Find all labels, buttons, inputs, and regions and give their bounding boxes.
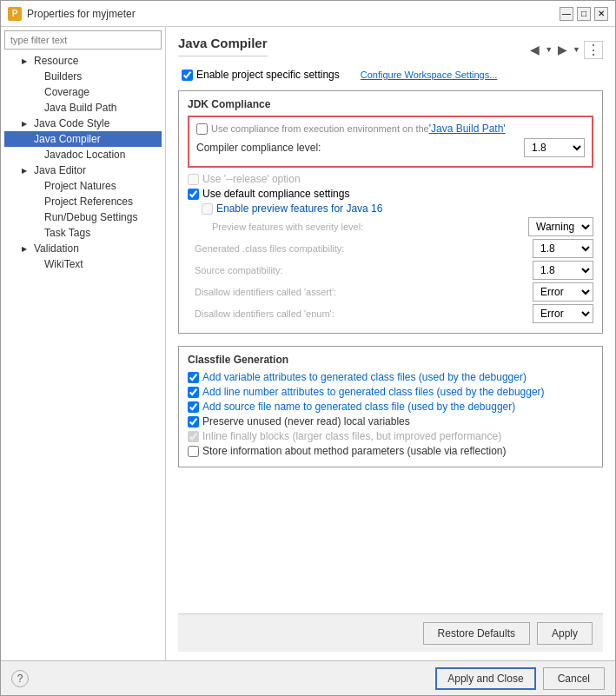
sidebar-item-label: Coverage <box>44 86 89 98</box>
panel-title: Java Compiler <box>178 36 268 56</box>
minimize-button[interactable]: — <box>560 7 573 21</box>
compiler-compliance-row: Compiler compliance level: 1.8 <box>196 138 585 157</box>
preview-severity-select[interactable]: Warning <box>528 217 593 236</box>
java-build-path-link[interactable]: 'Java Build Path' <box>429 123 506 135</box>
action-bar: Restore Defaults Apply <box>178 613 603 652</box>
classfile-item-3-text: Preserve unused (never read) local varia… <box>202 415 410 428</box>
classfile-item-5-text: Store information about method parameter… <box>202 445 507 457</box>
sidebar-item-coverage[interactable]: Coverage <box>4 84 162 100</box>
classfile-item-2-label[interactable]: Add source file name to generated class … <box>188 401 515 413</box>
generated-compat-select[interactable]: 1.8 <box>533 239 593 258</box>
restore-defaults-button[interactable]: Restore Defaults <box>423 622 530 645</box>
classfile-item-4-label[interactable]: Inline finally blocks (larger class file… <box>188 430 501 442</box>
classfile-item-2-checkbox[interactable] <box>188 401 199 413</box>
main-panel: Java Compiler ◀ ▼ ▶ ▼ ⋮ Enable project s… <box>166 27 615 660</box>
sidebar-item-java-build-path[interactable]: Java Build Path <box>4 100 162 116</box>
use-default-compliance-checkbox[interactable] <box>188 189 199 200</box>
forward-dropdown-button[interactable]: ▼ <box>571 45 582 54</box>
main-header: Java Compiler ◀ ▼ ▶ ▼ ⋮ <box>178 36 603 63</box>
sidebar-item-validation[interactable]: ▶ Validation <box>4 241 162 256</box>
classfile-item-2: Add source file name to generated class … <box>188 401 593 413</box>
sidebar-item-label: Project Natures <box>44 180 116 192</box>
classfile-item-0: Add variable attributes to generated cla… <box>188 371 593 383</box>
classfile-item-3-checkbox[interactable] <box>188 416 199 428</box>
title-bar: P Properties for myjmeter — □ ✕ <box>1 1 615 27</box>
sidebar-item-java-compiler[interactable]: Java Compiler <box>4 131 162 147</box>
enable-preview-text: Enable preview features for Java 16 <box>216 202 382 215</box>
apply-and-close-button[interactable]: Apply and Close <box>435 667 535 690</box>
classfile-item-0-checkbox[interactable] <box>188 372 199 383</box>
source-compat-select[interactable]: 1.8 <box>533 261 593 280</box>
forward-button[interactable]: ▶ <box>556 43 569 56</box>
sidebar-item-label: Builders <box>44 70 82 83</box>
enable-preview-label[interactable]: Enable preview features for Java 16 <box>202 202 382 215</box>
classfile-item-1-checkbox[interactable] <box>188 387 199 398</box>
source-compat-row: Source compatibility: 1.8 <box>188 261 593 280</box>
enable-project-settings-checkbox[interactable] <box>182 70 193 81</box>
sidebar-item-java-editor[interactable]: ▶ Java Editor <box>4 162 162 178</box>
content-area: ▶ Resource Builders Coverage Java Build … <box>1 27 615 660</box>
jdk-section-title: JDK Compliance <box>188 98 593 110</box>
nav-row: ◀ ▼ ▶ ▼ ⋮ <box>528 41 603 59</box>
properties-window: P Properties for myjmeter — □ ✕ ▶ Resour… <box>0 0 616 696</box>
classfile-item-3: Preserve unused (never read) local varia… <box>188 415 593 428</box>
generated-compat-label: Generated .class files compatibility: <box>195 243 344 254</box>
cancel-button[interactable]: Cancel <box>543 667 605 690</box>
disallow-assert-select[interactable]: Error <box>533 282 593 302</box>
sidebar: ▶ Resource Builders Coverage Java Build … <box>1 27 166 660</box>
back-dropdown-button[interactable]: ▼ <box>543 45 554 54</box>
classfile-item-4: Inline finally blocks (larger class file… <box>188 430 593 442</box>
arrow-icon: ▶ <box>22 57 30 65</box>
sidebar-item-run-debug[interactable]: Run/Debug Settings <box>4 209 162 225</box>
back-button[interactable]: ◀ <box>528 43 541 56</box>
sidebar-item-task-tags[interactable]: Task Tags <box>4 225 162 241</box>
help-button[interactable]: ? <box>11 670 29 687</box>
use-release-row: Use '--release' option <box>188 173 593 185</box>
classfile-generation-section: Classfile Generation Add variable attrib… <box>178 346 603 467</box>
classfile-item-5-label[interactable]: Store information about method parameter… <box>188 445 507 457</box>
window-icon: P <box>8 7 22 21</box>
use-release-checkbox[interactable] <box>188 174 199 185</box>
sidebar-item-builders[interactable]: Builders <box>4 69 162 84</box>
use-execution-env-checkbox[interactable] <box>196 123 208 135</box>
sidebar-item-javadoc-location[interactable]: Javadoc Location <box>4 147 162 162</box>
sidebar-item-java-code-style[interactable]: ▶ Java Code Style <box>4 116 162 131</box>
use-default-compliance-label[interactable]: Use default compliance settings <box>188 188 349 200</box>
sidebar-item-project-natures[interactable]: Project Natures <box>4 178 162 194</box>
sidebar-item-label: WikiText <box>44 258 83 270</box>
use-execution-env-row: Use compliance from execution environmen… <box>196 123 585 135</box>
source-compat-label: Source compatibility: <box>195 265 283 275</box>
window-title: Properties for myjmeter <box>27 8 136 20</box>
enable-preview-checkbox[interactable] <box>202 203 213 215</box>
jdk-compliance-inner: Use compliance from execution environmen… <box>188 116 593 168</box>
compiler-compliance-select[interactable]: 1.8 <box>524 138 585 157</box>
sidebar-item-resource[interactable]: ▶ Resource <box>4 53 162 69</box>
preview-severity-row: Preview features with severity level: Wa… <box>188 217 593 236</box>
enable-project-settings-label[interactable]: Enable project specific settings <box>182 69 340 81</box>
classfile-item-4-checkbox[interactable] <box>188 431 199 442</box>
use-release-label[interactable]: Use '--release' option <box>188 173 301 185</box>
close-button[interactable]: ✕ <box>594 7 608 21</box>
filter-input[interactable] <box>4 30 162 50</box>
sidebar-item-project-references[interactable]: Project References <box>4 194 162 209</box>
compiler-compliance-label: Compiler compliance level: <box>196 142 321 154</box>
sidebar-item-label: Task Tags <box>44 227 90 239</box>
classfile-item-0-label[interactable]: Add variable attributes to generated cla… <box>188 371 527 383</box>
classfile-item-1: Add line number attributes to generated … <box>188 386 593 398</box>
configure-workspace-link[interactable]: Configure Workspace Settings... <box>361 70 498 80</box>
disallow-assert-label: Disallow identifiers called 'assert': <box>195 287 336 297</box>
disallow-enum-select[interactable]: Error <box>533 304 593 323</box>
classfile-item-5-checkbox[interactable] <box>188 446 199 457</box>
apply-button[interactable]: Apply <box>537 622 593 645</box>
sidebar-item-wikitext[interactable]: WikiText <box>4 256 162 272</box>
classfile-item-5: Store information about method parameter… <box>188 445 593 457</box>
maximize-button[interactable]: □ <box>577 7 591 21</box>
classfile-item-1-label[interactable]: Add line number attributes to generated … <box>188 386 545 398</box>
classfile-item-2-text: Add source file name to generated class … <box>202 401 515 413</box>
menu-button[interactable]: ⋮ <box>584 41 603 59</box>
classfile-item-3-label[interactable]: Preserve unused (never read) local varia… <box>188 415 410 428</box>
arrow-icon: ▶ <box>22 120 30 128</box>
classfile-item-1-text: Add line number attributes to generated … <box>202 386 545 398</box>
spacer <box>178 476 603 613</box>
sidebar-item-label: Java Compiler <box>34 133 101 145</box>
